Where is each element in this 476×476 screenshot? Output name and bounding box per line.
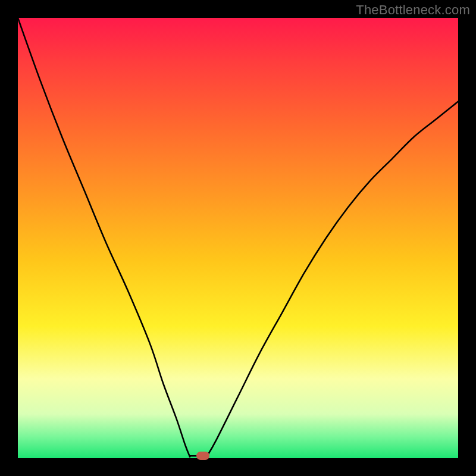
optimum-marker: [196, 452, 209, 460]
watermark-text: TheBottleneck.com: [356, 2, 470, 18]
chart-frame: TheBottleneck.com: [0, 0, 476, 476]
bottleneck-curve: [18, 18, 458, 457]
curve-svg: [18, 18, 458, 458]
plot-area: [18, 18, 458, 458]
